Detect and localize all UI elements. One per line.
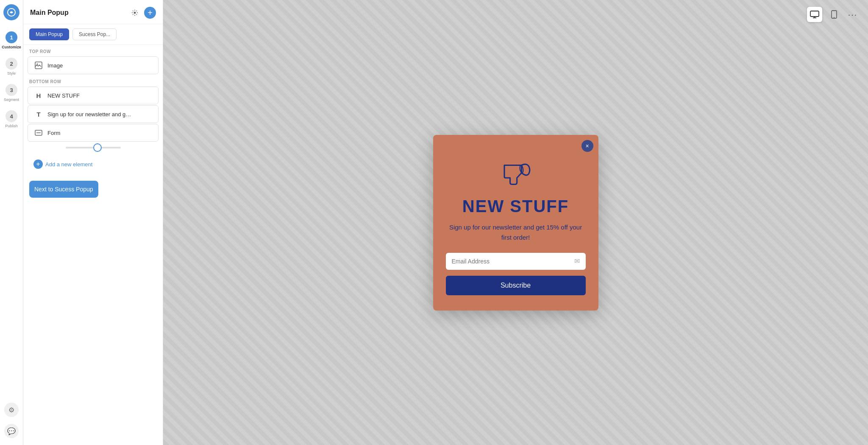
image-label: Image — [47, 62, 63, 69]
bottom-row-label: BOTTOM ROW — [23, 75, 163, 86]
popup-icon — [497, 152, 535, 190]
heading-icon: H — [34, 91, 43, 100]
svg-point-1 — [134, 12, 136, 14]
panel-header: Main Popup + — [23, 0, 163, 24]
panel-header-actions: + — [129, 7, 156, 19]
slider-thumb[interactable] — [93, 143, 102, 152]
heading-label: NEW STUFF — [47, 92, 80, 99]
form-row-item[interactable]: Form — [28, 124, 159, 142]
panel: Main Popup + Main Popup Sucess Pop... TO… — [23, 0, 163, 445]
popup-title: NEW STUFF — [446, 197, 586, 216]
chat-icon[interactable]: 💬 — [4, 424, 19, 438]
add-element-label: Add a new element — [45, 161, 92, 168]
form-label: Form — [47, 130, 60, 136]
text-icon: T — [34, 109, 43, 119]
subscribe-button[interactable]: Subscribe — [446, 276, 586, 295]
popup-overlay: × NEW STUFF Sign up for our newsletter a… — [163, 0, 868, 445]
slider-area — [23, 143, 163, 153]
email-icon: ✉ — [568, 257, 586, 265]
app-logo — [3, 4, 19, 20]
panel-title: Main Popup — [30, 9, 69, 17]
panel-content: TOP ROW Image BOTTOM ROW H NEW STUFF T S… — [23, 45, 163, 445]
settings-icon[interactable]: ⚙ — [4, 403, 19, 417]
email-input[interactable] — [446, 253, 568, 270]
text-label: Sign up for our newsletter and get 1... — [47, 111, 132, 118]
tab-success-popup[interactable]: Sucess Pop... — [72, 28, 117, 40]
add-element-icon: + — [33, 160, 43, 169]
tab-main-popup[interactable]: Main Popup — [29, 28, 69, 40]
panel-tabs: Main Popup Sucess Pop... — [23, 24, 163, 45]
popup-subtitle: Sign up for our newsletter and get 15% o… — [446, 222, 586, 243]
image-icon — [34, 61, 43, 70]
form-icon — [34, 128, 43, 137]
slider-track — [66, 147, 121, 148]
add-element-button[interactable]: + Add a new element — [28, 156, 159, 172]
top-row-label: TOP ROW — [23, 45, 163, 56]
panel-settings-button[interactable] — [129, 7, 141, 19]
sidebar: 1 Customize 2 Style 3 Segment 4 Publish … — [0, 0, 23, 445]
sidebar-item-publish[interactable]: 4 Publish — [0, 106, 23, 132]
sidebar-item-customize[interactable]: 1 Customize — [0, 27, 23, 53]
sidebar-item-segment[interactable]: 3 Segment — [0, 80, 23, 106]
sidebar-item-style[interactable]: 2 Style — [0, 53, 23, 80]
preview-area: ··· × NEW STUFF Sign up for our newslett… — [163, 0, 868, 445]
image-row-item[interactable]: Image — [28, 56, 159, 74]
add-popup-button[interactable]: + — [144, 7, 156, 19]
email-input-row: ✉ — [446, 253, 586, 270]
text-row-item[interactable]: T Sign up for our newsletter and get 1..… — [28, 105, 159, 123]
popup-close-button[interactable]: × — [581, 140, 593, 152]
heading-row-item[interactable]: H NEW STUFF — [28, 87, 159, 104]
popup-modal: × NEW STUFF Sign up for our newsletter a… — [433, 135, 598, 311]
next-to-success-button[interactable]: Next to Sucess Popup — [29, 181, 98, 198]
